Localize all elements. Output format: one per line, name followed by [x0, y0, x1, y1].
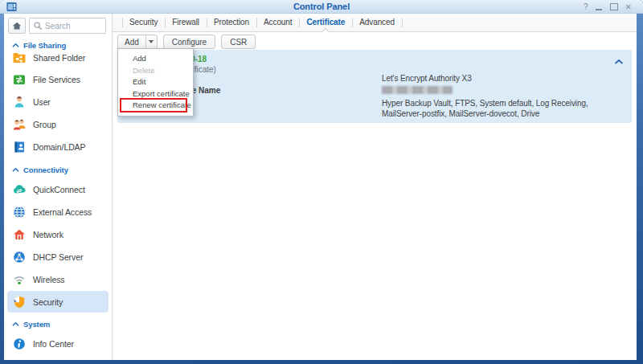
menu-item-edit[interactable]: Edit — [118, 76, 193, 88]
sidebar-item-dhcp-server[interactable]: DHCP Server — [7, 246, 109, 268]
maximize-icon[interactable] — [610, 2, 618, 11]
sidebar-item-label: Shared Folder — [33, 53, 85, 63]
tab-firewall[interactable]: Firewall — [165, 14, 207, 31]
sidebar-item-user[interactable]: User — [7, 91, 109, 112]
desktop-frame: Control Panel ? ✕ — [0, 0, 643, 364]
sidebar-item-network[interactable]: Network — [7, 223, 109, 245]
sidebar-item-label: Info Center — [33, 339, 74, 349]
menu-item-add[interactable]: Add — [118, 53, 193, 65]
sidebar-item-quickconnect[interactable]: QuickConnect — [7, 178, 109, 200]
sidebar-item-label: Network — [33, 230, 63, 239]
sidebar-item-label: User — [33, 97, 51, 107]
chevron-down-icon — [149, 40, 154, 43]
tab-advanced[interactable]: Advanced — [352, 14, 402, 31]
home-icon — [11, 20, 23, 31]
add-dropdown-toggle[interactable] — [145, 35, 157, 48]
sidebar-item-label: Wireless — [33, 275, 64, 284]
sidebar-section-system[interactable]: System — [4, 317, 112, 330]
configure-button[interactable]: Configure — [163, 35, 215, 49]
menu-item-delete: Delete — [118, 65, 193, 77]
chevron-up-icon — [12, 167, 19, 173]
tab-label: Certificate — [306, 18, 345, 27]
tab-certificate[interactable]: Certificate — [299, 14, 352, 31]
shared-folder-icon — [12, 51, 27, 65]
redacted-san-value — [382, 86, 453, 94]
dhcp-server-icon — [12, 250, 27, 264]
tab-protection[interactable]: Protection — [207, 14, 256, 31]
sidebar-section-connectivity[interactable]: Connectivity — [4, 163, 112, 176]
group-icon — [12, 117, 27, 132]
sidebar-item-label: QuickConnect — [33, 185, 85, 194]
sidebar-item-group[interactable]: Group — [7, 113, 109, 135]
tab-account[interactable]: Account — [256, 14, 299, 31]
sidebar-item-info-center[interactable]: Info Center — [7, 333, 109, 354]
sidebar-item-label: File Services — [33, 75, 80, 84]
tab-bar: Security Firewall Protection Account Cer… — [113, 14, 637, 32]
domain-ldap-icon — [12, 140, 27, 154]
annotation-highlight-box — [120, 98, 187, 112]
info-center-icon — [12, 337, 27, 351]
add-button-label: Add — [118, 38, 145, 47]
sidebar-item-domain-ldap[interactable]: Domain/LDAP — [7, 136, 109, 157]
help-icon[interactable]: ? — [584, 2, 588, 11]
quickconnect-icon — [12, 182, 27, 197]
control-panel-window: File Sharing Shared Folder File Services… — [4, 14, 637, 360]
sidebar-item-wireless[interactable]: Wireless — [7, 268, 109, 290]
security-icon — [12, 295, 27, 309]
network-icon — [12, 227, 27, 242]
collapse-card-icon[interactable] — [614, 59, 624, 65]
window-controls: ? ✕ — [584, 2, 632, 11]
window-title: Control Panel — [0, 2, 643, 11]
certificate-card[interactable]: 2019-10-18 (Default certificate) Subject… — [117, 50, 632, 123]
sidebar-item-security[interactable]: Security — [7, 291, 109, 313]
sidebar-item-label: External Access — [33, 207, 92, 217]
sidebar-item-external-access[interactable]: External Access — [7, 201, 109, 223]
active-tab-notch — [322, 28, 330, 36]
sidebar-item-file-services[interactable]: File Services — [7, 68, 109, 90]
wireless-icon — [12, 272, 27, 287]
external-access-icon — [12, 205, 27, 219]
sidebar-item-label: Domain/LDAP — [33, 142, 85, 152]
user-icon — [12, 95, 27, 109]
services-value: Hyper Backup Vault, FTPS, System default… — [382, 98, 619, 119]
file-services-icon — [12, 72, 27, 87]
search-icon — [33, 21, 43, 31]
sidebar-item-label: Security — [33, 297, 63, 307]
sidebar-item-label: DHCP Server — [33, 252, 83, 262]
search-box[interactable] — [29, 18, 106, 34]
search-input[interactable] — [45, 22, 101, 31]
home-button[interactable] — [8, 18, 26, 34]
section-label: System — [23, 320, 50, 329]
tab-security[interactable]: Security — [122, 14, 165, 31]
add-button[interactable]: Add — [117, 35, 158, 49]
issued-by-value: Let's Encrypt Authority X3 — [382, 74, 472, 83]
close-icon[interactable]: ✕ — [625, 2, 632, 11]
sidebar-item-label: Group — [33, 120, 56, 129]
chevron-up-icon — [12, 321, 19, 327]
window-titlebar: Control Panel ? ✕ — [0, 0, 643, 14]
section-label: Connectivity — [23, 166, 68, 174]
sidebar-item-shared-folder[interactable]: Shared Folder — [7, 47, 109, 68]
csr-button[interactable]: CSR — [221, 35, 256, 49]
sidebar: File Sharing Shared Folder File Services… — [4, 14, 113, 360]
toolbar: Add Configure CSR — [117, 35, 256, 49]
minimize-icon[interactable] — [596, 2, 603, 11]
